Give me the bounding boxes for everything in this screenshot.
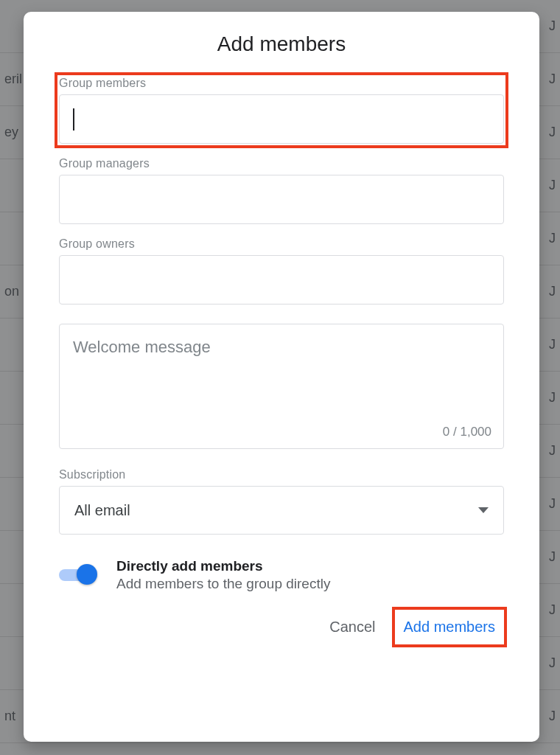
add-members-button-wrap: Add members	[395, 608, 505, 646]
group-managers-label: Group managers	[59, 157, 504, 170]
welcome-message-section: 0 / 1,000	[59, 324, 504, 449]
welcome-message-box: 0 / 1,000	[59, 324, 504, 449]
toggle-thumb	[77, 564, 97, 585]
group-members-section: Group members	[59, 77, 504, 144]
group-managers-section: Group managers	[59, 157, 504, 224]
add-members-modal: Add members Group members Group managers…	[24, 12, 539, 742]
group-owners-label: Group owners	[59, 237, 504, 251]
modal-title: Add members	[59, 32, 504, 56]
directly-add-row: Directly add members Add members to the …	[59, 558, 504, 592]
group-members-field-box	[59, 94, 504, 144]
modal-actions: Cancel Add members	[59, 608, 504, 646]
group-managers-field-box	[59, 175, 504, 224]
chevron-down-icon	[478, 507, 489, 513]
add-members-button[interactable]: Add members	[399, 611, 500, 643]
subscription-value: All email	[74, 502, 130, 519]
group-members-label: Group members	[59, 77, 504, 90]
directly-add-toggle[interactable]	[59, 563, 99, 588]
subscription-label: Subscription	[59, 468, 504, 481]
welcome-message-input[interactable]	[60, 324, 503, 448]
group-members-input[interactable]	[60, 95, 503, 143]
subscription-section: Subscription All email	[59, 468, 504, 535]
group-owners-input[interactable]	[60, 256, 503, 304]
group-owners-section: Group owners	[59, 237, 504, 305]
cancel-button[interactable]: Cancel	[325, 611, 379, 643]
welcome-char-count: 0 / 1,000	[443, 425, 491, 439]
subscription-select[interactable]: All email	[59, 486, 504, 535]
group-owners-field-box	[59, 255, 504, 305]
directly-add-title: Directly add members	[116, 558, 330, 574]
group-managers-input[interactable]	[60, 175, 503, 223]
directly-add-desc: Add members to the group directly	[116, 576, 330, 592]
directly-add-text: Directly add members Add members to the …	[116, 558, 330, 592]
